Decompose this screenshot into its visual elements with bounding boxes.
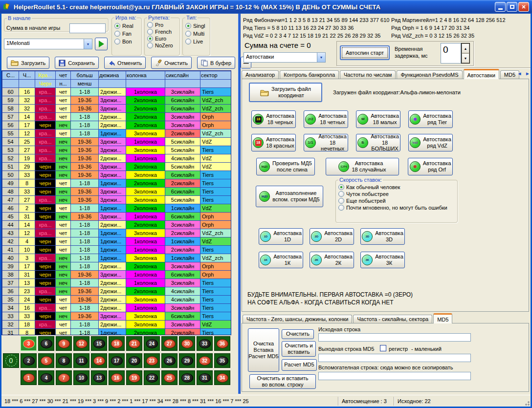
tab-top-3[interactable]: Функционал PsevdoMS	[397, 70, 462, 79]
autobet-row-1-button-0[interactable]: 18Автоставка18 черных	[251, 110, 296, 128]
radio-type-1[interactable]: Multi	[185, 31, 207, 37]
radio-type-2[interactable]: Live	[185, 39, 207, 44]
radio-game-1[interactable]: Fan	[114, 31, 139, 37]
autospin-start-button[interactable]: Автоспин старт	[340, 45, 390, 60]
source-string-input[interactable]	[318, 333, 471, 342]
roulette-cell-30[interactable]: 30	[179, 336, 195, 351]
chevron-down-icon[interactable]: ▼	[84, 39, 92, 49]
radio-speed-3[interactable]: Почти мгновенно, но могут быть ошибки	[338, 205, 455, 211]
md5-clear-and-paste-button[interactable]: Очистить ивставить	[282, 341, 316, 357]
autobet-row-d-button-2[interactable]: 3DАвтоставка3D	[360, 228, 405, 245]
minimize-button[interactable]	[495, 2, 506, 12]
radio-wheel-1[interactable]: French	[147, 29, 177, 35]
chevron-down-icon[interactable]: ▼	[317, 53, 325, 62]
roulette-cell-34[interactable]: 34	[214, 370, 230, 385]
toolbar-button-3[interactable]: Очистить	[151, 57, 192, 69]
roulette-cell-3[interactable]: 3	[21, 336, 37, 351]
roulette-cell-35[interactable]: 35	[214, 353, 230, 368]
autobet-row-1-button-1[interactable]: 2/2Автоставка18 четных	[304, 110, 348, 128]
roulette-cell-11[interactable]: 11	[73, 353, 89, 368]
roulette-cell-20[interactable]: 20	[126, 353, 142, 368]
roulette-cell-22[interactable]: 22	[144, 370, 160, 385]
toolbar-button-1[interactable]: Сохранить	[55, 57, 99, 69]
resize-grip[interactable]	[524, 400, 530, 406]
roulette-cell-17[interactable]: 17	[109, 353, 125, 368]
roulette-cell-26[interactable]: 26	[161, 353, 177, 368]
spinner-down-icon[interactable]: ▼	[462, 53, 469, 63]
roulette-cell-28[interactable]: 28	[179, 370, 195, 385]
autobet-row-k-button-0[interactable]: 1KАвтоставка1К	[259, 252, 303, 268]
autobet-row-d-button-0[interactable]: 1DАвтоставка1D	[259, 228, 303, 245]
roulette-cell-0[interactable]: 0	[3, 353, 19, 368]
radio-speed-1[interactable]: Чуток побыстрее	[338, 191, 455, 197]
start-sum-input[interactable]	[69, 23, 106, 33]
output-string-input[interactable]	[318, 354, 471, 362]
autobet-row-3-button-0[interactable]: МД5Проверить МД5после спина	[256, 158, 315, 175]
tab-top-5[interactable]: MD5	[500, 70, 519, 79]
toolbar-button-0[interactable]: Загрузить	[7, 57, 49, 69]
roulette-cell-19[interactable]: 19	[126, 370, 142, 385]
radio-type-0[interactable]: Singl	[185, 23, 207, 29]
autofill-aux-md5-button[interactable]: МД5Автозаполнениевспом. строки МД5	[256, 186, 323, 207]
autobet-row-2-button-0[interactable]: 18Автоставка18 красных	[251, 134, 296, 151]
roulette-cell-4[interactable]: 4	[38, 370, 54, 385]
roulette-cell-36[interactable]: 36	[214, 336, 230, 351]
tab-bottom-0[interactable]: Частота - Zero, шансы, дюжины, колонки	[243, 315, 352, 323]
tab-bottom-1[interactable]: Частота - сиклайны, сектора	[353, 315, 432, 323]
register-checkbox[interactable]	[380, 345, 386, 351]
roulette-cell-14[interactable]: 14	[91, 353, 107, 368]
roulette-cell-16[interactable]: 16	[109, 370, 125, 385]
radio-game-0[interactable]: Real	[114, 23, 139, 29]
roulette-cell-8[interactable]: 8	[56, 353, 72, 368]
radio-wheel-0[interactable]: Pro	[147, 22, 177, 28]
tab-top-4[interactable]: Автоставки	[464, 69, 499, 79]
roulette-cell-12[interactable]: 12	[73, 336, 89, 351]
roulette-cell-32[interactable]: 32	[197, 353, 213, 368]
autobet-row-1-button-3[interactable]: ◉Автоставкаряд Tier	[408, 110, 453, 128]
md5-calc-button[interactable]: Расчет MD5	[282, 359, 317, 371]
autobet-row-2-button-3[interactable]: VdZАвтоставкаряд VdZ	[408, 134, 453, 151]
radio-speed-2[interactable]: Еще побыстрей	[338, 198, 455, 204]
roulette-cell-10[interactable]: 10	[73, 370, 89, 385]
autobet-row-2-button-1[interactable]: 1/1Автоставка18 нечетных	[304, 134, 348, 151]
close-button[interactable]: ✕	[518, 2, 529, 12]
roulette-cell-29[interactable]: 29	[179, 353, 195, 368]
tab-top-2[interactable]: Частоты по числам	[340, 70, 396, 79]
radio-wheel-3[interactable]: NoZero	[147, 43, 177, 48]
title-bar[interactable]: HelperRoullet 5.1- create helperroullet@…	[0, 0, 532, 14]
roulette-cell-1[interactable]: 1	[21, 370, 37, 385]
autobet-row-k-button-1[interactable]: 2KАвтоставка2К	[310, 252, 354, 268]
autobet-combobox[interactable]: Автоставки ▼	[244, 52, 326, 63]
roulette-cell-6[interactable]: 6	[38, 336, 54, 351]
roulette-cell-24[interactable]: 24	[144, 336, 160, 351]
aux-string-input[interactable]	[318, 372, 471, 380]
toolbar-button-2[interactable]: Отменить	[104, 57, 146, 69]
radio-game-2[interactable]: Bon	[114, 39, 139, 44]
roulette-cell-31[interactable]: 31	[197, 370, 213, 385]
tab-scroll-arrows-icon[interactable]: ◄ ►	[517, 71, 531, 76]
roulette-cell-9[interactable]: 9	[56, 336, 72, 351]
roulette-cell-18[interactable]: 18	[109, 336, 125, 351]
roulette-cell-33[interactable]: 33	[197, 336, 213, 351]
roulette-cell-2[interactable]: 2	[21, 353, 37, 368]
tab-top-0[interactable]: Анализатор	[242, 70, 279, 79]
autobet-row-k-button-2[interactable]: 3KАвтоставка3К	[360, 252, 405, 268]
profile-combobox[interactable]: 1Melonati ▼	[4, 39, 92, 49]
roulette-cell-13[interactable]: 13	[91, 370, 107, 385]
autobet-row-3-button-2[interactable]: ◉Автоставкаряд Orf	[408, 158, 453, 175]
roulette-cell-25[interactable]: 25	[161, 370, 177, 385]
autobet-row-d-button-1[interactable]: 2DАвтоставка2D	[310, 228, 354, 245]
radio-speed-0[interactable]: Как обычный человек	[338, 184, 455, 190]
delay-value-field[interactable]: 0	[441, 43, 461, 64]
roulette-cell-7[interactable]: 7	[56, 370, 72, 385]
autobet-row-1-button-2[interactable]: МАвтоставка18 малых	[356, 110, 400, 128]
roulette-cell-27[interactable]: 27	[161, 336, 177, 351]
md5-clear-paste-calc-button[interactable]: ОчисткаВставкаРасчет MD5	[248, 328, 279, 372]
autobet-row-3-button-1[interactable]: СЛЧАвтоставка18 случайных	[326, 158, 399, 175]
roulette-cell-15[interactable]: 15	[91, 336, 107, 351]
load-coords-button[interactable]: Загрузить файлкоординат	[249, 83, 322, 102]
start-play-button[interactable]	[95, 38, 108, 50]
tab-top-1[interactable]: Контроль банкролла	[280, 70, 339, 79]
md5-clear-paste-aux-button[interactable]: Очистить и вставитьво вспом. строку	[249, 374, 316, 389]
toolbar-button-4[interactable]: В буфер	[197, 57, 235, 69]
